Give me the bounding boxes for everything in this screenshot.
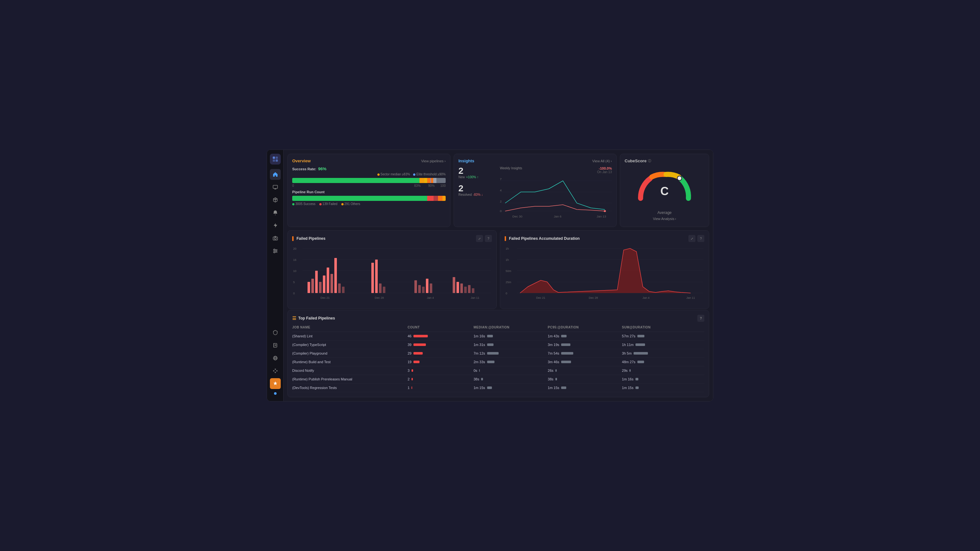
cubescore-header: CubeScore ⓘ [625,159,705,163]
cell-count: 2 [408,375,474,384]
sidebar-item-camera[interactable] [270,233,281,244]
overview-title: Overview [292,159,311,163]
pipeline-run-label: Pipeline Run Count [292,190,445,194]
chart-controls: ⤢ ? [476,235,492,242]
svg-rect-52 [342,287,345,293]
failed-pipelines-chart: 20 16 10 5 0 [292,245,492,304]
svg-rect-43 [307,282,310,293]
cell-pc95: 26s [548,366,622,375]
cell-sum: 1m 15s [622,384,705,392]
svg-text:Jan 6: Jan 6 [554,214,562,218]
sidebar-item-home[interactable] [270,169,281,180]
cell-job-name: (Compiler) TypeScript [292,341,408,349]
info-button[interactable]: ? [485,235,492,242]
cell-median: 2m 33s [473,358,548,366]
svg-rect-51 [338,283,341,293]
sidebar-item-star[interactable] [270,378,281,389]
svg-rect-4 [273,185,278,189]
cell-median: 1m 15s [473,384,548,392]
svg-rect-53 [371,263,374,293]
svg-text:1h: 1h [506,258,509,262]
sidebar-item-slack[interactable] [270,365,281,376]
svg-rect-59 [422,287,425,293]
insights-card: Insights View All (4) › 2 New +1 [453,154,617,227]
cell-count: 39 [408,341,474,349]
svg-text:0: 0 [500,209,501,212]
svg-point-6 [274,238,276,240]
svg-rect-44 [311,279,314,293]
table-title: ☰ Top Failed Pipelines ? [292,315,705,322]
sidebar-item-bell[interactable] [270,207,281,218]
svg-rect-49 [331,274,333,293]
svg-rect-17 [276,370,278,372]
cell-sum: 57m 27s [622,332,705,341]
expand-button[interactable]: ⤢ [476,235,483,242]
sidebar-item-lightning[interactable] [270,220,281,231]
table-header-row: JOB NAME COUNT MEDIAN:@DURATION PC95:@DU… [292,326,705,332]
duration-chart-controls: ⤢ ? [689,235,705,242]
success-rate-row: Success Rate: 96% [292,167,445,171]
svg-rect-2 [273,159,275,162]
sidebar-item-book[interactable] [270,340,281,351]
cell-pc95: 38s [548,375,622,384]
svg-rect-63 [457,282,459,293]
svg-rect-16 [275,368,276,370]
table-row: (Compiler) Playground 29 7m 12s 7m 54s 3… [292,349,705,358]
sidebar-item-monitor[interactable] [270,182,281,192]
cell-job-name: (DevTools) Regression Tests [292,384,408,392]
sidebar-item-globe[interactable] [270,353,281,364]
sidebar-item-sliders[interactable] [270,246,281,256]
cell-count: 1 [408,384,474,392]
svg-point-10 [274,249,275,250]
svg-rect-58 [418,285,421,293]
cubescore-avg-label: Average [653,210,676,215]
svg-rect-64 [460,283,463,293]
cell-pc95: 3m 46s [548,358,622,366]
resolved-metric: 2 Resolved -83% ↓ [458,184,497,197]
svg-rect-54 [375,260,378,293]
failed-duration-title: Failed Pipelines Accumulated Duration [509,236,580,241]
new-metric: 2 New +100% ↑ [458,167,497,179]
cell-count: 46 [408,332,474,341]
svg-rect-1 [275,157,278,159]
insight-metrics: 2 New +100% ↑ 2 [458,167,497,221]
duration-expand-button[interactable]: ⤢ [689,235,695,242]
svg-text:0: 0 [506,292,507,295]
cell-sum: 48m 27s [622,358,705,366]
svg-text:2: 2 [500,200,501,203]
cell-job-name: (Runtime) Publish Prereleases Manual [292,375,408,384]
failed-duration-card: ▌ Failed Pipelines Accumulated Duration … [500,230,709,309]
success-rate-bar [292,178,445,183]
svg-rect-56 [383,287,385,293]
svg-text:Dec 28: Dec 28 [589,296,598,299]
table-info-button[interactable]: ? [697,315,705,322]
table-row: (Runtime) Publish Prereleases Manual 2 3… [292,375,705,384]
view-pipelines-link[interactable]: View pipelines › [421,159,445,163]
top-row: Overview View pipelines › Success Rate: … [288,154,709,227]
pipeline-run-bar [292,196,445,201]
table-row: (Shared) Lint 46 1m 16s 1m 43s 57m 27s [292,332,705,341]
svg-text:5: 5 [293,281,295,284]
cell-count: 3 [408,366,474,375]
cubescore-content: C Average View Analysis › [625,167,705,221]
col-count: COUNT [408,326,474,332]
cubescore-gauge: C [633,167,697,205]
view-all-link[interactable]: View All (4) › [592,159,612,163]
svg-text:Dec 21: Dec 21 [536,296,546,299]
duration-info-button[interactable]: ? [697,235,705,242]
view-analysis-link[interactable]: View Analysis › [653,217,676,221]
cell-pc95: 7m 54s [548,349,622,358]
table-head: JOB NAME COUNT MEDIAN:@DURATION PC95:@DU… [292,326,705,332]
failed-pipelines-card: ▌ Failed Pipelines ⤢ ? 20 [288,230,497,309]
sidebar-item-cube[interactable] [270,195,281,205]
main-content: Overview View pipelines › Success Rate: … [283,150,713,401]
svg-rect-18 [275,372,276,373]
table-row: (DevTools) Regression Tests 1 1m 15s 1m … [292,384,705,392]
sidebar-item-shield[interactable] [270,327,281,338]
cubescore-card: CubeScore ⓘ [620,154,709,227]
svg-point-32 [677,176,682,181]
svg-rect-3 [275,159,278,162]
svg-rect-15 [273,370,274,372]
pipeline-legend: 3005 Success 139 Failed 291 Others [292,202,445,206]
cell-sum: 1h 11m [622,341,705,349]
